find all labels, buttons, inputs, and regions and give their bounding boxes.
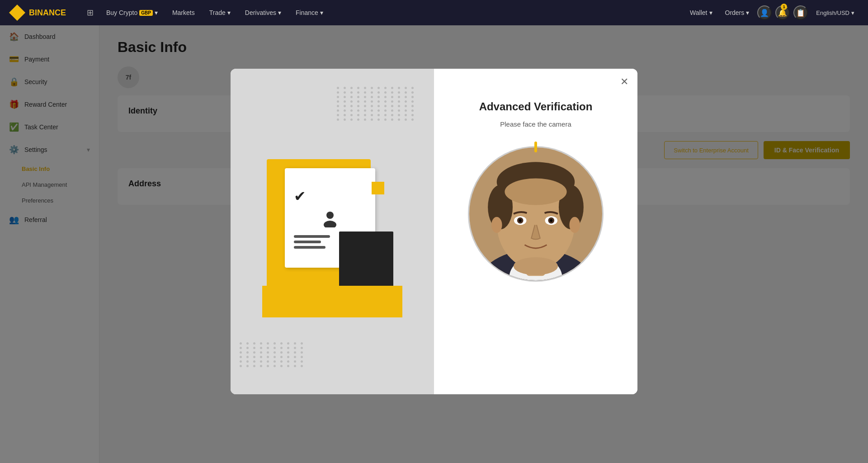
chevron-down-icon: ▾ (851, 9, 854, 16)
chevron-down-icon: ▾ (227, 9, 231, 16)
modal-illustration-panel: for(let i=0;i<96;i++) document.currentSc… (231, 69, 434, 394)
ill-line-3 (294, 246, 326, 249)
svg-point-16 (550, 219, 552, 222)
nav-markets[interactable]: Markets (165, 0, 202, 25)
face-top-indicator (534, 142, 537, 152)
ill-line-2 (294, 241, 321, 243)
dots-pattern-top: for(let i=0;i<96;i++) document.currentSc… (337, 87, 416, 121)
nav-derivatives[interactable]: Derivatives ▾ (238, 0, 288, 25)
modal-close-button[interactable]: ✕ (620, 76, 628, 88)
svg-point-19 (514, 257, 558, 275)
chevron-down-icon: ▾ (709, 9, 712, 16)
task-icon-button[interactable]: 📋 (793, 5, 808, 20)
checkmark-icon: ✔ (294, 188, 306, 205)
svg-point-15 (519, 219, 522, 222)
svg-point-17 (491, 217, 502, 233)
binance-logo-icon (9, 5, 25, 21)
gbp-badge: GBP (139, 10, 153, 16)
chevron-down-icon: ▾ (746, 9, 749, 16)
nav-orders[interactable]: Orders ▾ (721, 9, 754, 16)
ill-yellow-small (372, 182, 384, 194)
chevron-down-icon: ▾ (155, 9, 158, 16)
notification-area: 🔔 1 (775, 5, 790, 20)
id-card-illustration: ✔ (262, 146, 402, 317)
ill-yellow-bottom (262, 286, 402, 317)
nav-finance[interactable]: Finance ▾ (288, 0, 330, 25)
ill-dark-rect-1 (339, 232, 393, 290)
face-circle (468, 146, 604, 282)
dots-pattern-bottom: for(let i=0;i<60;i++) document.currentSc… (240, 342, 305, 367)
svg-point-18 (569, 217, 580, 233)
modal-title: Advanced Verification (479, 100, 593, 113)
logo-text: BINANCE (29, 8, 66, 18)
grid-menu-button[interactable]: ⊞ (81, 8, 99, 18)
nav-trade[interactable]: Trade ▾ (202, 0, 238, 25)
nav-buy-crypto[interactable]: Buy Crypto GBP ▾ (99, 0, 165, 25)
logo-area: BINANCE (9, 5, 81, 21)
nav-right: Wallet ▾ Orders ▾ 👤 🔔 1 📋 English/USD ▾ (685, 5, 859, 20)
top-navigation: BINANCE ⊞ Buy Crypto GBP ▾ Markets Trade… (0, 0, 868, 25)
nav-wallet[interactable]: Wallet ▾ (685, 9, 717, 16)
person-icon (321, 209, 339, 232)
chevron-down-icon: ▾ (278, 9, 281, 16)
ill-line-1 (294, 235, 330, 238)
profile-icon-button[interactable]: 👤 (757, 5, 772, 20)
face-camera-area (463, 142, 608, 286)
advanced-verification-modal: for(let i=0;i<96;i++) document.currentSc… (231, 69, 637, 394)
svg-point-1 (324, 221, 336, 227)
modal-subtitle: Please face the camera (500, 120, 571, 128)
svg-point-10 (505, 179, 566, 205)
language-selector[interactable]: English/USD ▾ (811, 9, 859, 16)
nav-items: Buy Crypto GBP ▾ Markets Trade ▾ Derivat… (99, 0, 685, 25)
svg-point-0 (326, 212, 334, 219)
chevron-down-icon: ▾ (320, 9, 323, 16)
face-image (469, 146, 602, 282)
modal-right-panel: ✕ Advanced Verification Please face the … (434, 69, 637, 394)
modal-overlay: for(let i=0;i<96;i++) document.currentSc… (0, 0, 868, 463)
